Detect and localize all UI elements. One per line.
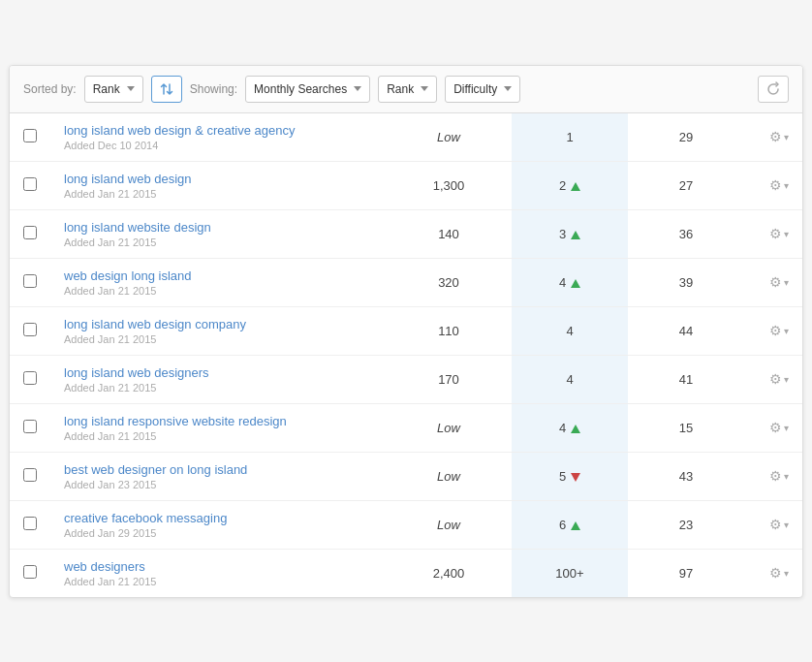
rank-value: 1 — [566, 130, 573, 144]
keyword-link[interactable]: long island web design company — [64, 317, 246, 331]
rank-dropdown[interactable]: Rank — [378, 76, 437, 103]
rank-value: 100+ — [555, 566, 583, 581]
main-container: Sorted by: Rank Showing: Monthly Searche… — [9, 65, 803, 598]
table-row: long island web design companyAdded Jan … — [10, 306, 802, 355]
keyword-date: Added Jan 21 2015 — [64, 382, 372, 394]
table-row: creative facebook messagingAdded Jan 29 … — [10, 500, 802, 549]
keyword-link[interactable]: best web designer on long island — [64, 462, 247, 477]
rank-cell: 6 — [512, 500, 628, 549]
row-checkbox[interactable] — [23, 129, 37, 142]
searches-value: 170 — [438, 372, 459, 387]
rank-cell: 1 — [512, 113, 628, 162]
searches-value: 140 — [438, 227, 459, 241]
searches-value: Low — [437, 130, 460, 144]
action-cell: ⚙▾ — [744, 209, 802, 258]
keyword-link[interactable]: long island responsive website redesign — [64, 414, 287, 428]
rank-value: 4 — [559, 275, 566, 290]
toolbar: Sorted by: Rank Showing: Monthly Searche… — [10, 66, 802, 113]
rank-cell: 3 — [512, 209, 628, 258]
gear-icon[interactable]: ⚙ — [769, 468, 782, 484]
difficulty-dropdown[interactable]: Difficulty — [445, 76, 520, 103]
table-row: web design long islandAdded Jan 21 20153… — [10, 258, 802, 306]
gear-icon[interactable]: ⚙ — [769, 274, 782, 290]
row-checkbox[interactable] — [23, 420, 37, 433]
action-chevron-icon[interactable]: ▾ — [784, 568, 789, 579]
rank-cell: 5 — [512, 452, 628, 500]
keyword-link[interactable]: web design long island — [64, 268, 192, 283]
keyword-date: Added Jan 29 2015 — [64, 527, 372, 539]
rank-cell: 2 — [512, 161, 628, 209]
row-checkbox[interactable] — [23, 226, 37, 239]
keyword-date: Added Jan 21 2015 — [64, 430, 372, 442]
keyword-link[interactable]: web designers — [64, 559, 145, 574]
rank-value: 4 — [566, 324, 573, 338]
keyword-link[interactable]: long island web design — [64, 172, 192, 186]
row-checkbox[interactable] — [23, 468, 37, 482]
gear-icon[interactable]: ⚙ — [769, 420, 782, 435]
rank-cell: 4 — [512, 306, 628, 355]
row-checkbox[interactable] — [23, 274, 37, 288]
action-cell: ⚙▾ — [744, 306, 802, 355]
keywords-table: long island web design & creative agency… — [10, 113, 802, 597]
trend-up-icon — [571, 182, 580, 191]
searches-value: Low — [437, 469, 460, 484]
row-checkbox[interactable] — [23, 371, 37, 385]
action-cell: ⚙▾ — [744, 355, 802, 403]
showing-dropdown[interactable]: Monthly Searches — [245, 76, 370, 103]
refresh-button[interactable] — [758, 76, 789, 103]
difficulty-value: 39 — [679, 275, 693, 290]
gear-icon[interactable]: ⚙ — [769, 371, 782, 387]
row-checkbox[interactable] — [23, 323, 37, 336]
action-cell: ⚙▾ — [744, 549, 802, 597]
difficulty-value: 97 — [679, 566, 693, 581]
refresh-icon — [765, 81, 781, 97]
action-chevron-icon[interactable]: ▾ — [784, 132, 789, 142]
action-chevron-icon[interactable]: ▾ — [784, 374, 789, 385]
searches-value: Low — [437, 421, 460, 435]
sort-order-toggle-button[interactable] — [151, 76, 182, 103]
keyword-link[interactable]: creative facebook messaging — [64, 511, 227, 525]
action-chevron-icon[interactable]: ▾ — [784, 326, 789, 336]
table-row: long island website designAdded Jan 21 2… — [10, 209, 802, 258]
gear-icon[interactable]: ⚙ — [769, 323, 782, 338]
action-chevron-icon[interactable]: ▾ — [784, 229, 789, 239]
sorted-by-dropdown[interactable]: Rank — [84, 76, 143, 103]
keyword-link[interactable]: long island web designers — [64, 365, 209, 380]
gear-icon[interactable]: ⚙ — [769, 226, 782, 241]
table-row: long island responsive website redesignA… — [10, 403, 802, 452]
difficulty-value: 27 — [679, 178, 693, 193]
rank-cell: 4 — [512, 258, 628, 306]
keyword-date: Added Dec 10 2014 — [64, 140, 372, 151]
difficulty-value: 41 — [679, 372, 693, 387]
row-checkbox[interactable] — [23, 517, 37, 530]
rank-value: 4 — [566, 372, 573, 387]
keyword-link[interactable]: long island web design & creative agency — [64, 123, 295, 138]
table-row: best web designer on long islandAdded Ja… — [10, 452, 802, 500]
searches-value: 320 — [438, 275, 459, 290]
gear-icon[interactable]: ⚙ — [769, 129, 782, 144]
gear-icon[interactable]: ⚙ — [769, 565, 782, 581]
sorted-by-label: Sorted by: — [23, 82, 77, 96]
action-chevron-icon[interactable]: ▾ — [784, 423, 789, 433]
row-checkbox[interactable] — [23, 177, 37, 191]
action-chevron-icon[interactable]: ▾ — [784, 471, 789, 482]
showing-chevron-icon — [354, 86, 361, 91]
action-chevron-icon[interactable]: ▾ — [784, 277, 789, 288]
rank-value: 6 — [559, 518, 566, 532]
showing-value: Monthly Searches — [254, 82, 347, 96]
gear-icon[interactable]: ⚙ — [769, 177, 782, 193]
rank-value: 5 — [559, 469, 566, 484]
gear-icon[interactable]: ⚙ — [769, 517, 782, 532]
action-cell: ⚙▾ — [744, 403, 802, 452]
keyword-link[interactable]: long island website design — [64, 220, 211, 235]
searches-value: Low — [437, 518, 460, 532]
action-chevron-icon[interactable]: ▾ — [784, 520, 789, 530]
trend-down-icon — [571, 473, 580, 482]
trend-up-icon — [571, 279, 580, 288]
difficulty-value: 44 — [679, 324, 693, 338]
rank-value: 3 — [559, 227, 566, 241]
action-chevron-icon[interactable]: ▾ — [784, 180, 789, 191]
showing-label: Showing: — [190, 82, 237, 96]
row-checkbox[interactable] — [23, 565, 37, 579]
action-cell: ⚙▾ — [744, 500, 802, 549]
